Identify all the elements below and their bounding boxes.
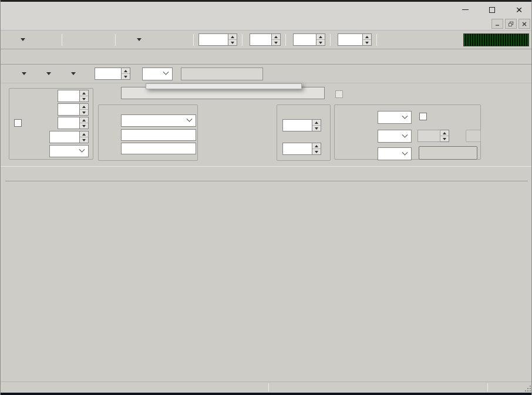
- frequency-spinner[interactable]: [49, 131, 89, 143]
- stretch-more-button[interactable]: [466, 130, 481, 142]
- pitch-shift-button[interactable]: [419, 146, 477, 160]
- timeline-ruler: [5, 181, 528, 196]
- minimize-button[interactable]: [452, 2, 479, 18]
- sample-number-value[interactable]: [95, 67, 122, 80]
- copy-icon[interactable]: [82, 33, 95, 46]
- rows-beat-value[interactable]: [338, 33, 363, 46]
- mdi-document-icon[interactable]: [5, 19, 14, 28]
- statusbar: [1, 382, 532, 393]
- openmpt-window: ×: [0, 0, 532, 395]
- new-file-icon[interactable]: [4, 33, 17, 46]
- waveform-toolbar: [1, 166, 532, 181]
- mdi-minimize-icon: [494, 21, 501, 28]
- pattern-list-icon[interactable]: [382, 33, 395, 46]
- play-icon[interactable]: [176, 33, 188, 46]
- new-sample-icon[interactable]: [5, 67, 18, 80]
- maximize-icon: [489, 7, 495, 13]
- stop-icon[interactable]: [145, 33, 158, 46]
- tempo-spinner[interactable]: [250, 33, 281, 46]
- pan-value[interactable]: [58, 117, 80, 129]
- menu-items: [19, 18, 491, 31]
- titlebar: ×: [1, 2, 532, 18]
- open-sample-dropdown-icon[interactable]: [46, 72, 51, 75]
- chevron-down-icon: [402, 131, 408, 137]
- rows-beat-spinner[interactable]: [338, 33, 372, 46]
- sample-number-spinner[interactable]: [95, 67, 130, 80]
- window-frame-bottom: [1, 393, 532, 395]
- mdi-minimize-button[interactable]: [491, 19, 503, 29]
- stretch-percent-value: [417, 130, 440, 142]
- plugin-icon[interactable]: [397, 33, 410, 46]
- stretch-percent-spinner: [417, 130, 449, 142]
- chevron-down-icon: [163, 69, 169, 75]
- vibrato-rate-value[interactable]: [282, 143, 312, 155]
- save-sample-dropdown-icon[interactable]: [71, 72, 76, 75]
- pause-icon[interactable]: [160, 33, 173, 46]
- zoom-mode-select[interactable]: [142, 67, 173, 80]
- mdi-close-button[interactable]: [518, 19, 530, 29]
- default-volume-value[interactable]: [58, 90, 80, 102]
- set-pan-checkbox[interactable]: [14, 119, 22, 127]
- loop-type-select[interactable]: [121, 114, 196, 127]
- tempo-value[interactable]: [250, 33, 272, 46]
- sample-format-info: [181, 67, 263, 80]
- global-volume-value[interactable]: [58, 103, 80, 116]
- toolbar-separator: [330, 34, 331, 46]
- open-sample-icon[interactable]: [30, 67, 43, 80]
- toolbar-separator: [193, 34, 194, 46]
- toolbar-separator: [62, 34, 62, 46]
- ticks-row-spinner[interactable]: [293, 33, 325, 46]
- close-button[interactable]: ×: [506, 2, 532, 18]
- chevron-down-icon: [402, 113, 408, 119]
- mpt-logo-icon: [6, 5, 16, 15]
- sample-context-menu: [146, 83, 302, 89]
- metronome-dropdown-icon[interactable]: [137, 38, 142, 41]
- view-tabs: [1, 49, 532, 65]
- vibrato-depth-value[interactable]: [282, 119, 312, 131]
- keep-sample-data-checkbox[interactable]: [335, 90, 343, 98]
- metronome-icon[interactable]: [120, 33, 133, 46]
- loop-start-input[interactable]: [121, 129, 196, 141]
- toolbar-separator: [376, 34, 377, 46]
- mdi-restore-button[interactable]: [505, 19, 517, 29]
- ticks-row-value[interactable]: [293, 33, 316, 46]
- fft-size-select[interactable]: [378, 147, 412, 160]
- octave-value[interactable]: [198, 33, 228, 46]
- frequency-value[interactable]: [49, 131, 80, 143]
- menubar: [1, 18, 532, 31]
- chevron-down-icon: [187, 116, 193, 122]
- octave-spinner[interactable]: [198, 33, 237, 46]
- maximize-button[interactable]: [479, 2, 506, 18]
- toolbar-separator: [285, 34, 286, 46]
- resize-grip[interactable]: [524, 384, 532, 393]
- mdi-restore-icon: [507, 21, 514, 28]
- vu-meter: [463, 33, 529, 46]
- vibrato-rate-spinner[interactable]: [282, 143, 321, 155]
- sample-editor-panel: [1, 83, 532, 166]
- paste-icon[interactable]: [97, 33, 110, 46]
- save-sample-icon[interactable]: [55, 67, 68, 80]
- mdi-close-icon: [521, 21, 528, 28]
- global-volume-spinner[interactable]: [58, 103, 89, 116]
- transpose-select[interactable]: [49, 145, 89, 157]
- open-file-icon[interactable]: [29, 33, 42, 46]
- close-icon: ×: [516, 4, 522, 15]
- toolbar-separator: [115, 34, 116, 46]
- save-icon[interactable]: [44, 33, 57, 46]
- cut-icon[interactable]: [67, 33, 80, 46]
- vibrato-depth-spinner[interactable]: [282, 119, 321, 131]
- default-volume-spinner[interactable]: [58, 90, 89, 102]
- time-stretching-checkbox[interactable]: [419, 113, 427, 120]
- new-sample-dropdown-icon[interactable]: [22, 72, 26, 75]
- pitch-select[interactable]: [378, 111, 412, 124]
- waveform-view[interactable]: [5, 195, 528, 381]
- chevron-down-icon: [79, 147, 85, 153]
- chevron-down-icon: [402, 149, 408, 155]
- quality-select[interactable]: [378, 130, 412, 143]
- minimize-icon: [462, 9, 469, 11]
- toolbar-separator: [242, 34, 243, 46]
- new-file-dropdown-icon[interactable]: [21, 38, 25, 41]
- pan-spinner[interactable]: [58, 117, 89, 129]
- loop-end-input[interactable]: [121, 143, 196, 154]
- sample-toolbar: [1, 65, 532, 83]
